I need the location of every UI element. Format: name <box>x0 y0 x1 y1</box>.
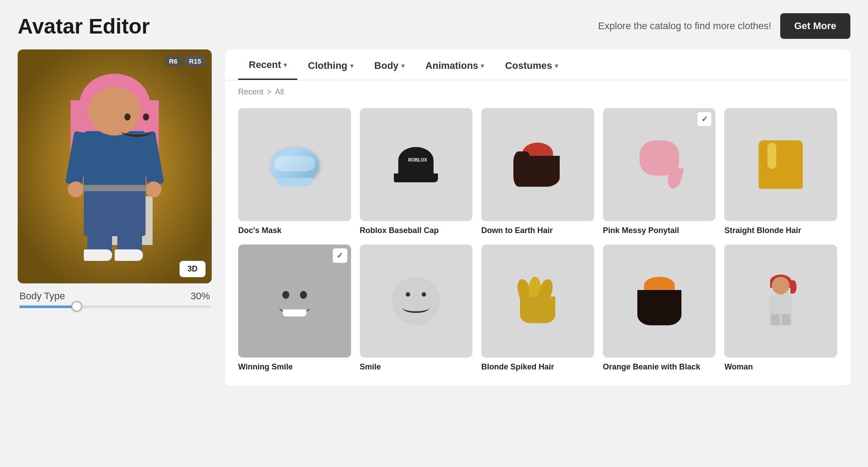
header-right: Explore the catalog to find more clothes… <box>598 13 850 39</box>
page-title: Avatar Editor <box>18 14 150 38</box>
avatar-shoe-left <box>84 249 112 261</box>
item-winning-smile[interactable]: Winning Smile <box>238 245 351 372</box>
item-pink-pony[interactable]: Pink Messy Ponytail <box>603 108 716 236</box>
item-label-blonde-hair: Straight Blonde Hair <box>724 226 837 236</box>
woman-visual <box>738 259 823 343</box>
item-thumb-smile[interactable] <box>360 245 473 358</box>
item-baseball-cap[interactable]: ROBLOX Roblox Baseball Cap <box>360 108 473 236</box>
slider-fill <box>19 305 77 308</box>
smile-eye-left <box>282 291 289 299</box>
blonde-hair-shape <box>759 140 803 189</box>
avatar-smile <box>121 126 152 137</box>
cap-visual: ROBLOX <box>374 122 459 207</box>
get-more-button[interactable]: Get More <box>780 13 850 39</box>
dearth-hair-dark2 <box>513 151 531 187</box>
smile2-eyes <box>392 292 440 297</box>
item-thumb-woman[interactable] <box>724 245 837 358</box>
body-type-row: Body Type 30% <box>18 290 212 302</box>
smile2-mouth <box>402 302 430 313</box>
tab-animations[interactable]: Animations ▾ <box>415 49 495 80</box>
item-smile[interactable]: Smile <box>360 245 473 372</box>
spiked-visual <box>495 259 580 343</box>
item-thumb-pink-pony[interactable] <box>603 108 716 221</box>
smile-face-shape <box>270 277 319 325</box>
smile-eyes <box>282 291 307 299</box>
header: Avatar Editor Explore the catalog to fin… <box>18 13 850 39</box>
avatar-pants <box>84 188 146 236</box>
item-thumb-baseball-cap[interactable]: ROBLOX <box>360 108 473 221</box>
item-label-smile: Smile <box>360 362 473 372</box>
smile-eye-right <box>300 291 307 299</box>
page-container: Avatar Editor Explore the catalog to fin… <box>0 0 868 399</box>
item-thumb-dearth-hair[interactable] <box>481 108 594 221</box>
breadcrumb-sep: > <box>267 87 272 97</box>
item-beanie[interactable]: Orange Beanie with Black <box>603 245 716 372</box>
item-label-spiked-hair: Blonde Spiked Hair <box>481 362 594 372</box>
view-3d-button[interactable]: 3D <box>180 261 206 277</box>
item-blonde-hair[interactable]: Straight Blonde Hair <box>724 108 837 236</box>
avatar-badges: R6 R15 <box>165 56 206 67</box>
tab-clothing[interactable]: Clothing ▾ <box>297 49 363 80</box>
smile2-eye-left <box>406 292 410 297</box>
r15-badge[interactable]: R15 <box>184 56 206 67</box>
avatar-preview: R6 R15 <box>18 49 212 283</box>
woman-leg2 <box>782 314 790 325</box>
avatar-figure <box>66 74 163 259</box>
avatar-eye-right <box>143 113 149 121</box>
dearth-visual <box>495 122 580 207</box>
catalog-text: Explore the catalog to find more clothes… <box>598 20 771 32</box>
chevron-down-icon: ▾ <box>555 62 558 69</box>
tabs-row: Recent ▾ Clothing ▾ Body ▾ Animations ▾ … <box>225 49 850 80</box>
main-layout: R6 R15 <box>18 49 850 385</box>
tab-costumes[interactable]: Costumes ▾ <box>494 49 568 80</box>
item-thumb-spiked-hair[interactable] <box>481 245 594 358</box>
cap-brim <box>394 173 438 182</box>
spiked-hair-shape <box>516 279 560 323</box>
spike-main <box>520 297 555 323</box>
slider-track[interactable] <box>19 305 210 308</box>
pinkpony-visual <box>617 122 702 207</box>
item-docs-mask[interactable]: Doc's Mask <box>238 108 351 236</box>
avatar-shoe-right <box>115 249 143 261</box>
chevron-down-icon: ▾ <box>284 61 287 68</box>
items-grid: Doc's Mask ROBLOX Roblox Baseball <box>225 104 850 385</box>
item-thumb-blonde-hair[interactable] <box>724 108 837 221</box>
chevron-down-icon: ▾ <box>401 62 404 69</box>
item-label-woman: Woman <box>724 362 837 372</box>
avatar-eye-left <box>124 113 131 121</box>
body-type-label: Body Type <box>19 290 65 302</box>
cap-logo: ROBLOX <box>408 158 427 162</box>
item-label-docs-mask: Doc's Mask <box>238 226 351 236</box>
item-thumb-docs-mask[interactable] <box>238 108 351 221</box>
item-spiked-hair[interactable]: Blonde Spiked Hair <box>481 245 594 372</box>
left-panel: R6 R15 <box>18 49 212 385</box>
item-label-baseball-cap: Roblox Baseball Cap <box>360 226 473 236</box>
item-label-beanie: Orange Beanie with Black <box>603 362 716 372</box>
smile2-visual <box>374 259 459 343</box>
avatar-eyes <box>118 113 155 121</box>
r6-badge[interactable]: R6 <box>165 56 182 67</box>
body-type-slider-container[interactable] <box>18 305 212 308</box>
item-woman[interactable]: Woman <box>724 245 837 372</box>
mask-visual <box>252 122 337 207</box>
cap-shape: ROBLOX <box>394 147 438 182</box>
woman-head <box>772 277 789 294</box>
item-dearth-hair[interactable]: Down to Earth Hair <box>481 108 594 236</box>
avatar-head <box>88 87 141 136</box>
item-thumb-winning-smile[interactable] <box>238 245 351 358</box>
chevron-down-icon: ▾ <box>350 62 353 69</box>
tab-body[interactable]: Body ▾ <box>364 49 415 80</box>
item-label-pink-pony: Pink Messy Ponytail <box>603 226 716 236</box>
smile-teeth <box>283 309 307 316</box>
item-thumb-beanie[interactable] <box>603 245 716 358</box>
chevron-down-icon: ▾ <box>481 62 484 69</box>
item-label-winning-smile: Winning Smile <box>238 362 351 372</box>
right-panel: Recent ▾ Clothing ▾ Body ▾ Animations ▾ … <box>225 49 850 385</box>
breadcrumb: Recent > All <box>225 80 850 104</box>
item-label-dearth-hair: Down to Earth Hair <box>481 226 594 236</box>
beanie-hair-shape <box>637 277 681 325</box>
wsmile-visual <box>252 259 337 343</box>
mask-shape <box>270 147 319 182</box>
slider-thumb[interactable] <box>71 301 82 312</box>
tab-recent[interactable]: Recent ▾ <box>238 49 297 80</box>
